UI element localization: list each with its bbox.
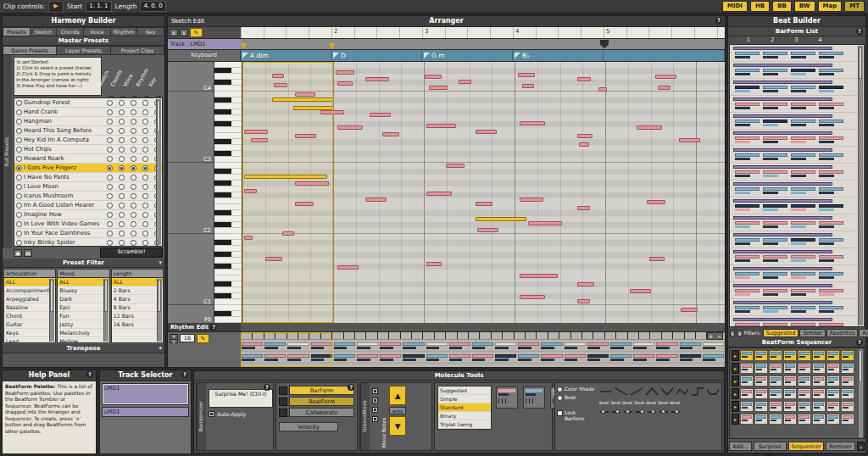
filter-item[interactable]: 2 Bars <box>112 286 163 295</box>
tab-rhythm[interactable]: Rhythm <box>111 27 138 36</box>
white-key[interactable] <box>214 287 242 293</box>
sequencer-cell[interactable] <box>841 363 854 374</box>
filter-item[interactable]: Accompaniment <box>4 286 55 295</box>
preset-layer-toggle[interactable] <box>131 221 136 227</box>
filter-item[interactable]: Bassline <box>4 303 55 312</box>
barform-item[interactable] <box>730 214 864 231</box>
scroll-up-button[interactable]: ∧ <box>170 29 178 36</box>
preset-radio[interactable] <box>16 212 22 218</box>
preset-item[interactable]: Heard This Song Before <box>14 126 162 136</box>
move-down-button[interactable]: ▼ <box>389 416 406 436</box>
black-key[interactable] <box>214 97 242 103</box>
beatform-glyph[interactable] <box>791 86 815 92</box>
preset-item[interactable]: Hangman <box>14 117 162 126</box>
midi-note[interactable] <box>337 81 353 86</box>
sequencer-cell[interactable] <box>798 350 811 361</box>
sequencer-cell[interactable] <box>812 414 826 425</box>
beatform-glyph[interactable] <box>791 272 815 279</box>
preset-radio[interactable] <box>16 231 22 236</box>
preset-radio[interactable] <box>16 100 22 106</box>
beatform-glyph[interactable] <box>819 255 843 262</box>
white-key[interactable] <box>214 133 242 139</box>
beatform-glyph[interactable] <box>791 69 815 75</box>
lock-barform-checkbox[interactable] <box>557 410 563 416</box>
help-icon[interactable]: ? <box>856 339 863 346</box>
midi-note[interactable] <box>336 70 354 75</box>
rhythm-glyph[interactable] <box>633 354 654 361</box>
preset-layer-toggle[interactable] <box>131 156 136 162</box>
preset-layer-toggle[interactable] <box>131 231 136 236</box>
sequencer-cell[interactable] <box>812 388 826 399</box>
rhythm-glyph[interactable] <box>518 342 539 349</box>
sequencer-row-button[interactable]: ▸ <box>732 363 739 374</box>
mode-button-beatform[interactable]: BeatForm <box>289 397 354 406</box>
scroll-thumb[interactable] <box>158 280 161 312</box>
preset-item[interactable]: Im A Good Listen Hearer <box>14 201 162 210</box>
preset-layer-toggle[interactable] <box>131 193 136 199</box>
full-presets-strip[interactable]: Full Presets <box>3 55 12 248</box>
collapse-icon[interactable]: ▾ <box>159 344 162 353</box>
black-key[interactable] <box>214 240 242 246</box>
tab-presets[interactable]: Presets <box>3 27 31 36</box>
sequencer-cell[interactable] <box>769 414 782 425</box>
preset-layer-toggle[interactable] <box>131 119 136 125</box>
piano-roll[interactable] <box>242 62 725 323</box>
barform-item[interactable] <box>730 113 864 130</box>
preset-radio[interactable] <box>16 128 22 134</box>
beatform-glyph[interactable] <box>791 170 815 177</box>
preset-item[interactable]: Hand Crank <box>14 108 162 117</box>
preset-layer-toggle[interactable] <box>142 100 148 106</box>
preset-layer-toggle[interactable] <box>107 109 113 115</box>
beatform-glyph[interactable] <box>791 136 815 143</box>
rhythm-glyph[interactable] <box>587 354 609 361</box>
black-key[interactable] <box>214 169 242 175</box>
sequencer-button-add[interactable]: Add... <box>729 442 752 451</box>
white-key[interactable] <box>214 234 242 240</box>
sequencer-cell[interactable] <box>740 375 754 386</box>
curve-flat-icon[interactable] <box>599 386 613 397</box>
preset-radio[interactable] <box>16 184 22 190</box>
sequencer-row-button[interactable]: ▸ <box>732 414 739 425</box>
midi-note[interactable] <box>365 197 387 202</box>
white-key[interactable] <box>214 163 242 169</box>
groove-checkbox[interactable] <box>372 407 378 413</box>
sequencer-cell[interactable] <box>826 363 840 374</box>
preset-scrollbar[interactable] <box>156 99 161 245</box>
rhythm-glyph[interactable] <box>541 342 562 349</box>
rhythm-glyph[interactable] <box>334 342 355 349</box>
help-icon[interactable]: ? <box>715 17 722 24</box>
preset-layer-toggle[interactable] <box>131 240 136 246</box>
rhythm-glyph[interactable] <box>403 354 424 361</box>
list-tool-button-2[interactable]: ▤ <box>24 249 32 257</box>
preset-layer-toggle[interactable] <box>131 203 136 209</box>
sequencer-cell[interactable] <box>783 350 797 361</box>
filter-item[interactable]: Arpeggiated <box>4 295 55 303</box>
rhythm-glyph[interactable] <box>656 354 677 361</box>
barform-item[interactable] <box>730 62 864 79</box>
white-key[interactable] <box>214 86 242 92</box>
tab-project-clips[interactable]: Project Clips <box>111 46 164 55</box>
barform-item[interactable] <box>730 45 864 62</box>
preset-layer-toggle[interactable] <box>131 128 136 134</box>
preset-layer-toggle[interactable] <box>119 156 125 162</box>
sequencer-cell[interactable] <box>798 401 811 412</box>
preset-radio[interactable] <box>16 109 22 115</box>
preset-layer-toggle[interactable] <box>119 147 125 153</box>
filter-item[interactable]: Keys <box>4 329 55 337</box>
preset-layer-toggle[interactable] <box>131 137 136 143</box>
tab-layer-presets[interactable]: Layer Presets <box>57 46 110 55</box>
preset-layer-toggle[interactable] <box>142 137 148 143</box>
sequencer-cell[interactable] <box>754 401 768 412</box>
scroll-thumb[interactable] <box>157 100 160 132</box>
velocity-button[interactable]: Velocity <box>279 422 338 431</box>
preset-layer-toggle[interactable] <box>142 147 148 153</box>
beatform-glyph[interactable] <box>763 272 787 279</box>
filter-item[interactable]: ALL <box>112 278 163 286</box>
preset-layer-toggle[interactable] <box>142 184 148 190</box>
beatform-glyph[interactable] <box>763 238 787 245</box>
preset-layer-toggle[interactable] <box>131 147 136 153</box>
sequencer-button-remixer[interactable]: Remixer <box>826 442 855 451</box>
sequencer-cell[interactable] <box>798 414 811 425</box>
preset-layer-toggle[interactable] <box>131 109 136 115</box>
beatform-glyph[interactable] <box>791 306 815 313</box>
